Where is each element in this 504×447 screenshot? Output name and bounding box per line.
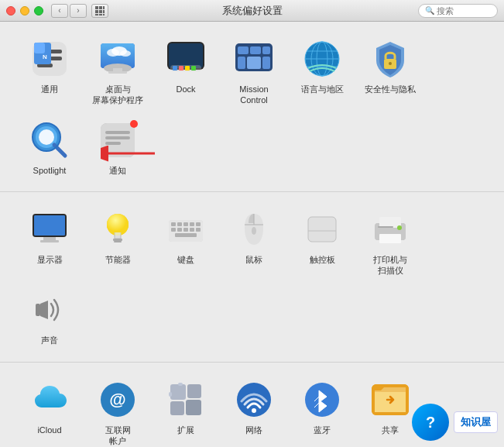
svg-point-90 [397,225,402,230]
pref-icloud[interactable]: iCloud [15,372,84,442]
svg-rect-59 [34,215,65,236]
search-box[interactable]: 🔍 [418,4,498,18]
pref-dock[interactable]: Dock [152,31,220,101]
network-icon [232,378,276,421]
svg-rect-77 [190,228,194,232]
svg-rect-8 [103,14,105,15]
svg-rect-20 [108,71,127,74]
watermark-text: 知识屋 [454,411,498,433]
icloud-icon [28,378,71,421]
grid-view-button[interactable] [91,4,108,18]
svg-rect-19 [113,68,122,71]
pref-language[interactable]: 语言与地区 [288,31,356,101]
minimize-button[interactable] [20,6,29,15]
network-label: 网络 [245,425,262,435]
extensions-label: 扩展 [177,425,194,435]
svg-rect-61 [40,240,59,242]
section-personal: N 通用 [0,22,504,191]
pref-spotlight[interactable]: Spotlight [15,112,84,182]
mouse-icon [232,208,276,251]
svg-rect-97 [170,401,184,415]
svg-rect-96 [187,384,201,398]
notification-badge [130,120,138,128]
general-icon: N [28,37,71,81]
section1-grid: N 通用 [15,31,489,182]
pref-extensions[interactable]: 扩展 [152,372,220,442]
trackpad-icon [300,208,344,251]
pref-display[interactable]: 显示器 [15,201,84,271]
svg-rect-78 [196,228,201,232]
bluetooth-icon [300,378,344,421]
pref-bluetooth[interactable]: 蓝牙 [288,372,356,442]
internet-icon: @ [96,378,139,421]
pref-desktop[interactable]: 桌面与屏幕保护程序 [84,31,152,112]
keyboard-icon [164,208,207,251]
close-button[interactable] [6,6,15,15]
pref-mouse[interactable]: 鼠标 [220,201,288,271]
dock-icon [164,37,207,81]
internet-label: 互联网帐户 [105,425,131,447]
search-input[interactable] [437,6,491,15]
back-button[interactable]: ‹ [51,4,68,18]
svg-rect-29 [185,66,190,70]
general-label: 通用 [41,84,58,95]
svg-rect-64 [113,239,122,241]
pref-internet[interactable]: @ 互联网帐户 [84,372,152,447]
svg-rect-25 [169,43,203,68]
security-icon [369,37,412,81]
maximize-button[interactable] [34,6,43,15]
pref-energy[interactable]: 节能器 [84,201,152,271]
svg-rect-74 [171,228,176,232]
pref-notification[interactable]: 通知 [84,112,152,182]
svg-rect-79 [175,233,197,237]
svg-rect-54 [105,131,130,134]
svg-rect-88 [379,217,401,228]
display-icon [28,208,71,251]
svg-rect-5 [103,10,105,13]
svg-rect-0 [95,6,98,9]
window-title: 系统偏好设置 [222,4,283,18]
svg-point-66 [107,214,129,236]
svg-point-82 [252,227,256,235]
svg-rect-14 [34,43,45,53]
svg-rect-6 [95,14,98,15]
sharing-icon [369,378,412,421]
svg-rect-70 [177,222,182,226]
trackpad-label: 触控板 [310,254,335,265]
svg-point-49 [39,129,54,145]
pref-network[interactable]: 网络 [220,372,288,442]
pref-mission[interactable]: MissionControl [220,31,288,112]
display-label: 显示器 [37,254,63,265]
svg-rect-1 [99,6,102,9]
pref-sound[interactable]: 声音 [15,282,84,352]
notification-label: 通知 [109,165,126,176]
svg-point-46 [389,62,392,65]
nav-buttons: ‹ › [51,4,87,18]
svg-rect-4 [99,10,102,13]
sharing-label: 共享 [382,425,399,435]
svg-rect-33 [250,46,261,54]
language-label: 语言与地区 [301,84,344,95]
svg-rect-99 [178,383,183,386]
svg-rect-72 [190,222,194,226]
svg-rect-100 [169,392,172,397]
sound-label: 声音 [41,335,58,346]
svg-rect-55 [105,136,130,139]
svg-rect-34 [262,46,270,54]
svg-rect-84 [308,217,336,242]
svg-rect-71 [183,222,188,226]
svg-rect-69 [171,222,176,226]
pref-printer[interactable]: 打印机与扫描仪 [356,201,424,283]
svg-rect-37 [262,57,270,69]
pref-general[interactable]: N 通用 [15,31,84,101]
svg-rect-2 [103,6,105,9]
spotlight-label: Spotlight [33,165,67,176]
pref-trackpad[interactable]: 触控板 [288,201,356,271]
pref-security[interactable]: 安全性与隐私 [356,31,424,101]
printer-label: 打印机与扫描仪 [373,254,407,277]
pref-keyboard[interactable]: 键盘 [152,201,220,271]
svg-rect-36 [247,57,261,69]
svg-rect-65 [114,241,122,242]
mouse-label: 鼠标 [245,254,262,265]
forward-button[interactable]: › [70,4,87,18]
